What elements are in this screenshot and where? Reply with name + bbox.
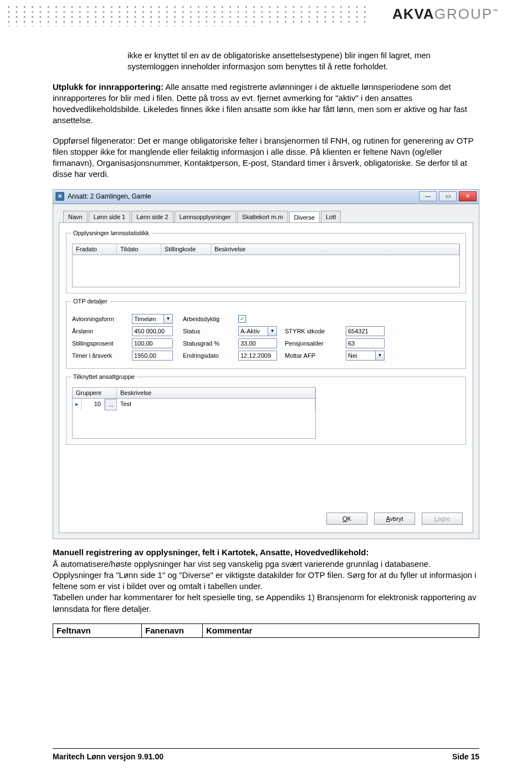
- tab-navn[interactable]: Navn: [63, 211, 88, 223]
- col-stillingkode[interactable]: Stillingkode: [161, 244, 211, 255]
- header-dots: • • • • • • • • • • • • • • • • • • • • …: [8, 4, 374, 27]
- p4-text: Tabellen under har kommentarer for helt …: [53, 592, 477, 613]
- brand-logo: AKVAGROUP™: [392, 6, 499, 23]
- cell-beskrivelse: Test: [117, 399, 315, 410]
- chevron-down-icon[interactable]: ▼: [376, 351, 385, 361]
- label-mottar-afp: Mottar AFP: [285, 352, 346, 360]
- mottar-afp-dropdown[interactable]: ▼: [346, 351, 385, 361]
- stats-grid-header: Fradato Tildato Stillingkode Beskrivelse: [72, 244, 460, 255]
- table-row[interactable]: ▸ 10 ... Test: [73, 399, 315, 410]
- group-otp-detaljer: OTP detaljer Avlonningsform ▼ Arbeidsdyk…: [66, 301, 466, 369]
- label-timer: Timer i årsverk: [72, 352, 132, 360]
- group-ansatt-legend: Tilknyttet ansattgruppe: [71, 373, 137, 381]
- tab-lonnsopplysninger[interactable]: Lønnsopplysninger: [175, 211, 236, 223]
- maximize-button[interactable]: ▭: [439, 191, 457, 201]
- pensjonsalder-input[interactable]: [346, 338, 385, 348]
- label-pensjonsalder: Pensjonsalder: [285, 339, 346, 348]
- ansatt-grid-header: Gruppenr Beskrivelse: [72, 387, 316, 399]
- footer-left: Maritech Lønn versjon 9.91.00: [53, 752, 163, 761]
- logo-suffix: GROUP: [434, 6, 493, 22]
- statusgrad-input[interactable]: [238, 338, 277, 348]
- tab-lonn-side-1[interactable]: Lønn side 1: [89, 211, 130, 223]
- tab-strip: Navn Lønn side 1 Lønn side 2 Lønnsopplys…: [63, 211, 473, 223]
- minimize-button[interactable]: —: [419, 191, 437, 201]
- ok-button[interactable]: OK: [326, 513, 367, 525]
- styrk-input[interactable]: [346, 326, 385, 336]
- document-body: ikke er knyttet til en av de obligatoris…: [53, 50, 479, 638]
- th-fanenavn: Fanenavn: [142, 623, 203, 637]
- heading-manuell-registrering: Manuell registrering av opplysninger, fe…: [53, 547, 479, 615]
- status-dropdown[interactable]: ▼: [238, 326, 277, 336]
- label-endringsdato: Endringsdato: [183, 352, 238, 360]
- col-gruppenr[interactable]: Gruppenr: [73, 388, 117, 398]
- label-styrk: STYRK stkode: [285, 327, 346, 336]
- tab-skattekort[interactable]: Skattekort m.m: [237, 211, 288, 223]
- page-header: • • • • • • • • • • • • • • • • • • • • …: [0, 3, 532, 30]
- label-avlonningsform: Avlonningsform: [72, 315, 132, 323]
- col-beskrivelse[interactable]: Beskrivelse: [211, 244, 459, 255]
- group-stats-legend: Opplysninger lønnsstatistikk: [71, 229, 151, 237]
- label-arbeidsdyktig: Arbeidsdyktig: [183, 315, 238, 323]
- p3-text: Å automatisere/høste opplysninger har vi…: [53, 559, 477, 591]
- paragraph-utplukk: Utplukk for innrapportering: Alle ansatt…: [53, 82, 479, 126]
- chevron-down-icon[interactable]: ▼: [268, 326, 277, 336]
- page-footer: Maritech Lønn versjon 9.91.00 Side 15: [53, 748, 479, 761]
- label-arslonn: Årslønn: [72, 327, 132, 336]
- group-lonnsstatistikk: Opplysninger lønnsstatistikk Fradato Til…: [66, 233, 466, 293]
- dialog-buttons: OK Avbryt Lagre: [326, 513, 463, 525]
- tab-lott[interactable]: Lott: [321, 211, 341, 223]
- app-icon: ✕: [55, 192, 64, 201]
- endringsdato-input[interactable]: [238, 351, 277, 361]
- label-stillingsprosent: Stillingsprosent: [72, 339, 132, 348]
- timer-input[interactable]: [132, 351, 173, 361]
- arslonn-input[interactable]: [132, 326, 173, 336]
- tab-panel-diverse: Opplysninger lønnsstatistikk Fradato Til…: [59, 222, 473, 533]
- ellipsis-button[interactable]: ...: [105, 399, 117, 410]
- window-titlebar[interactable]: ✕ Ansatt: 2 Gamlingen, Gamle — ▭ ✕: [53, 190, 479, 204]
- group-otp-legend: OTP detaljer: [71, 297, 110, 306]
- chevron-down-icon[interactable]: ▼: [164, 314, 173, 324]
- app-window: ✕ Ansatt: 2 Gamlingen, Gamle — ▭ ✕ Navn …: [53, 189, 479, 540]
- avlonningsform-dropdown[interactable]: ▼: [132, 314, 173, 324]
- table-header-row: Feltnavn Fanenavn Kommentar: [53, 623, 479, 637]
- logo-brand: AKVA: [392, 6, 434, 22]
- avlonningsform-input[interactable]: [132, 314, 164, 324]
- close-button[interactable]: ✕: [459, 191, 477, 201]
- paragraph-oppforsel: Oppførsel filgenerator: Det er mange obl…: [53, 135, 479, 180]
- tab-lonn-side-2[interactable]: Lønn side 2: [131, 211, 173, 223]
- h2-text: Manuell registrering av opplysninger, fe…: [53, 547, 369, 557]
- ansatt-grid-body[interactable]: ▸ 10 ... Test: [72, 399, 316, 439]
- label-statusgrad: Statusgrad %: [183, 339, 238, 348]
- tab-diverse[interactable]: Diverse: [289, 211, 320, 224]
- cancel-button[interactable]: Avbryt: [374, 513, 415, 525]
- th-feltnavn: Feltnavn: [53, 623, 142, 637]
- stillingsprosent-input[interactable]: [132, 338, 173, 348]
- field-table: Feltnavn Fanenavn Kommentar: [53, 623, 479, 638]
- col-fradato[interactable]: Fradato: [73, 244, 117, 255]
- group-tilknyttet-ansattgruppe: Tilknyttet ansattgruppe Gruppenr Beskriv…: [66, 377, 466, 445]
- status-input[interactable]: [238, 326, 268, 336]
- save-button[interactable]: Lagre: [422, 513, 463, 525]
- mottar-afp-input[interactable]: [346, 351, 376, 361]
- label-status: Status: [183, 327, 238, 336]
- footer-right: Side 15: [452, 752, 479, 761]
- arbeidsdyktig-checkbox[interactable]: ✓: [238, 315, 246, 323]
- col-beskrivelse-2[interactable]: Beskrivelse: [117, 388, 315, 398]
- stats-grid-body[interactable]: [72, 255, 460, 287]
- cell-gruppenr: 10: [81, 399, 105, 410]
- window-title: Ansatt: 2 Gamlingen, Gamle: [68, 192, 151, 201]
- col-tildato[interactable]: Tildato: [117, 244, 161, 255]
- th-kommentar: Kommentar: [203, 623, 479, 637]
- row-marker-icon: ▸: [73, 399, 81, 410]
- paragraph-continuation: ikke er knyttet til en av de obligatoris…: [127, 50, 479, 73]
- p1-lead: Utplukk for innrapportering:: [53, 82, 163, 92]
